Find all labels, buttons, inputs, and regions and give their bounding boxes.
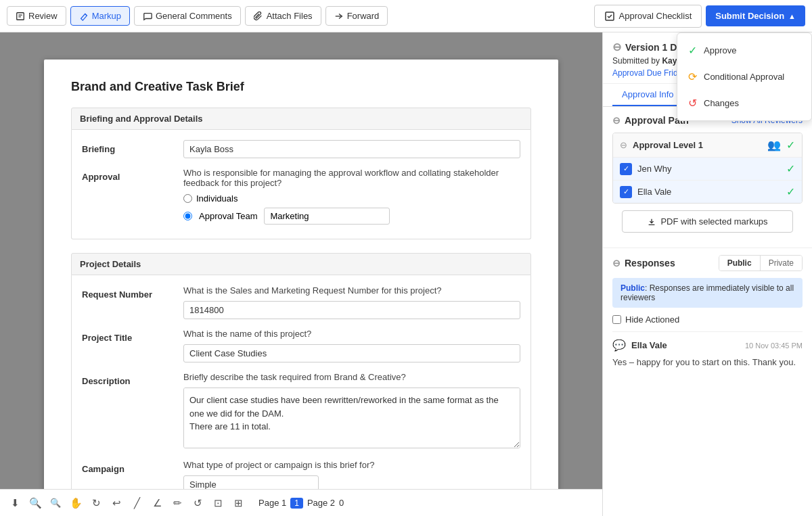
conditional-approval-icon: ⟳ [688,70,697,83]
project-title-label: Project Title [82,329,183,343]
version-collapse-icon[interactable]: ⊖ [612,41,621,53]
briefing-label: Briefing [82,140,183,154]
responses-header: ⊖ Responses Public Private [612,255,803,271]
refresh-icon[interactable]: ↺ [191,496,204,510]
description-textarea[interactable]: Our client case studies have been rewrit… [183,388,520,448]
project-title-question: What is the name of this project? [183,329,520,339]
svg-line-3 [85,14,87,16]
forward-button[interactable]: Forward [325,6,388,26]
document-paper: Brand and Creative Task Brief Briefing a… [44,60,558,502]
approval-question: Who is responsible for managing the appr… [183,168,520,188]
hide-actioned-row: Hide Actioned [612,314,803,325]
request-number-content: What is the Sales and Marketing Request … [183,285,520,319]
public-info-box: Public: Responses are immediately visibl… [612,278,803,308]
approval-level-header: ⊖ Approval Level 1 👥 ✓ [613,133,802,158]
approval-team-radio[interactable] [183,212,192,220]
document-title: Brand and Creative Task Brief [71,80,531,94]
general-comments-button[interactable]: General Comments [134,6,241,26]
individuals-option[interactable]: Individuals [183,193,520,204]
level-collapse-icon[interactable]: ⊖ [620,140,627,150]
pen-icon[interactable]: ✏ [171,496,184,510]
approval-team-label: Approval Team [199,211,257,221]
page2-label: Page 2 [307,498,335,508]
field-approval: Approval Who is responsible for managing… [82,168,520,229]
changes-option[interactable]: ↺ Changes [677,90,811,116]
page1-badge: 1 [290,498,303,509]
comment-author: Ella Vale [631,340,740,350]
response-toggle: Public Private [719,255,803,271]
approval-level: ⊖ Approval Level 1 👥 ✓ ✓ Jen Why ✓ ✓ Ell… [612,133,803,204]
project-title-input[interactable] [183,344,520,362]
individuals-radio[interactable] [183,194,192,203]
public-toggle-button[interactable]: Public [719,256,761,271]
approval-path-section: ⊖ Approval Path Show All Reviewers ⊖ App… [603,107,812,248]
download-icon[interactable]: ⬇ [8,496,22,510]
comment-text: Yes – happy for you to start on this. Th… [612,356,803,369]
tab-approval-info[interactable]: Approval Info [612,84,683,106]
section-project-header: Project Details [71,253,531,275]
rotate-icon[interactable]: ↻ [89,496,103,510]
responses-section: ⊖ Responses Public Private Public: Respo… [603,248,812,383]
line-icon[interactable]: ╱ [130,496,143,510]
angle-icon[interactable]: ∠ [150,496,164,510]
grid-icon[interactable]: ⊞ [231,496,245,510]
field-request-number: Request Number What is the Sales and Mar… [82,285,520,319]
page2-num: 0 [339,498,344,508]
comment-icon: 💬 [612,339,626,352]
ella-approved-icon: ✓ [786,185,795,198]
responses-title: ⊖ Responses [612,258,712,268]
field-briefing: Briefing [82,140,520,158]
chevron-down-icon: ▲ [788,12,796,20]
individuals-label: Individuals [196,193,238,204]
approval-checklist-button[interactable]: Approval Checklist [594,5,702,28]
responses-minus-icon[interactable]: ⊖ [612,258,621,268]
request-number-input[interactable] [183,301,520,319]
campaign-question: What type of project or campaign is this… [183,460,520,470]
group-icon: 👥 [767,139,781,151]
changes-icon: ↺ [688,97,697,110]
conditional-approval-option[interactable]: ⟳ Conditional Approval [677,64,811,90]
zoom-out-icon[interactable]: 🔍 [49,496,62,510]
bottom-toolbar: ⬇ 🔍 🔍 ✋ ↻ ↩ ╱ ∠ ✏ ↺ ⊡ ⊞ Page 1 1 Page 2 … [0,489,602,516]
private-toggle-button[interactable]: Private [761,256,802,271]
field-project-title: Project Title What is the name of this p… [82,329,520,362]
page1-label: Page 1 [258,498,286,508]
svg-rect-0 [17,12,24,20]
approve-option[interactable]: ✓ Approve [677,37,811,64]
project-title-content: What is the name of this project? [183,329,520,362]
review-button[interactable]: Review [7,6,66,26]
markup-button[interactable]: Markup [70,6,130,26]
version-title-text: Version 1 De [625,42,682,53]
level-check-icon: ✓ [786,139,795,151]
hide-actioned-checkbox[interactable] [612,315,621,324]
approval-path-minus-icon[interactable]: ⊖ [612,115,621,126]
reviewer-row-ella: ✓ Ella Vale ✓ [613,181,802,203]
request-number-label: Request Number [82,285,183,300]
attach-files-button[interactable]: Attach Files [245,6,321,26]
description-label: Description [82,372,183,386]
approval-team-input[interactable] [264,208,390,225]
zoom-in-icon[interactable]: 🔍 [28,496,42,510]
jen-check-box: ✓ [620,163,632,175]
section-project-body: Request Number What is the Sales and Mar… [71,275,531,502]
crop-icon[interactable]: ⊡ [211,496,225,510]
field-description: Description Briefly describe the task re… [82,372,520,450]
briefing-input[interactable] [183,140,520,158]
jen-why-name: Jen Why [637,164,781,174]
section-briefing-header: Briefing and Approval Details [71,108,531,130]
briefing-content [183,140,520,158]
ella-vale-name: Ella Vale [637,187,781,197]
submit-decision-button[interactable]: Submit Decision ▲ [706,5,805,26]
public-label: Public [621,283,645,293]
approval-team-option[interactable]: Approval Team [183,208,520,225]
public-info-text: : Responses are immediately visible to a… [621,283,794,302]
pdf-button[interactable]: PDF with selected markups [622,210,793,233]
ella-check-box: ✓ [620,186,632,198]
undo-icon[interactable]: ↩ [110,496,123,510]
approval-label: Approval [82,168,183,182]
request-number-question: What is the Sales and Marketing Request … [183,285,520,296]
hand-icon[interactable]: ✋ [69,496,83,510]
approval-level-title: Approval Level 1 [633,140,762,150]
top-toolbar: Review Markup General Comments Attach Fi… [0,0,812,32]
document-wrapper[interactable]: Brand and Creative Task Brief Briefing a… [20,46,582,502]
